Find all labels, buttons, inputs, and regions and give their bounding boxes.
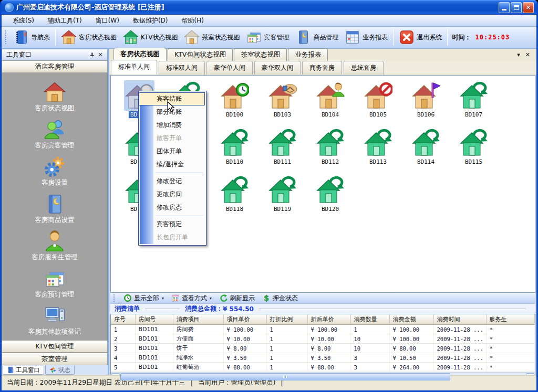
room-BD105[interactable]: BD105 (354, 79, 402, 126)
room-BD114[interactable]: BD114 (402, 126, 450, 174)
close-panel-button[interactable]: ✕ (96, 51, 105, 59)
maximize-button[interactable] (511, 2, 522, 13)
context-menu-item-12[interactable]: 长包房开单 (139, 231, 205, 244)
action-button-3[interactable]: $押金状态 (262, 294, 298, 303)
sidebar-item-0[interactable]: 客房状态视图 (35, 81, 75, 113)
menu-item-0[interactable]: 系统(S) (7, 15, 40, 27)
room-type-tab-0[interactable]: 标准单人间 (111, 60, 157, 75)
room-type-tab-3[interactable]: 豪华双人间 (254, 61, 301, 75)
sidebar-item-2[interactable]: 客房设置 (42, 156, 68, 187)
sidebar-bottom-tab-0[interactable]: 工具窗口 (3, 366, 44, 375)
context-menu-item-2[interactable]: 增加消费 (139, 119, 205, 132)
pin-button[interactable] (88, 51, 96, 59)
column-header-8: 消费时间 (433, 314, 486, 325)
gears-icon (44, 156, 66, 178)
sidebar-item-6[interactable]: 客房其他款项登记 (28, 305, 81, 336)
room-BD115[interactable]: BD115 (450, 126, 498, 174)
table-row-4[interactable]: 5BD101红葡萄酒¥ 88.001¥ 88.003¥ 264.002009-1… (111, 363, 535, 372)
table-row-1[interactable]: 2BD101方便面¥ 10.001¥ 10.0010¥ 100.002009-1… (111, 334, 535, 344)
room-type-tab-2[interactable]: 豪华单人间 (206, 61, 253, 75)
room-type-tab-1[interactable]: 标准双人间 (159, 61, 205, 75)
sidebar-group-bottom-1[interactable]: 茶室管理 (2, 353, 108, 365)
table-cell: 2 (111, 334, 135, 344)
room-BD118[interactable]: BD118 (211, 174, 258, 221)
column-header-7: 消费金额 (389, 314, 433, 325)
body: 工具窗口 ✕ 酒店客房管理 客房状态视图客房宾客管理客房设置客房商品设置客房服务… (2, 49, 536, 375)
context-menu-item-7[interactable]: 修改登记 (139, 175, 205, 188)
table-cell: 纯净水 (173, 353, 223, 363)
column-header-1: 房间号 (135, 314, 173, 325)
menu-item-1[interactable]: 辅助工具(T) (42, 15, 88, 27)
room-BD113[interactable]: BD113 (354, 126, 402, 174)
room-BD111[interactable]: BD111 (258, 126, 306, 174)
room-BD106[interactable]: BD106 (402, 79, 450, 126)
room-BD112[interactable]: BD112 (306, 126, 354, 174)
document-tab-3[interactable]: 业务报表 (288, 48, 328, 61)
table-row-3[interactable]: 4BD101纯净水¥ 3.501¥ 3.503¥ 10.502009-11-28… (111, 353, 535, 363)
room-BD110[interactable]: BD110 (211, 126, 258, 174)
menu-item-4[interactable]: 帮助(H) (176, 15, 210, 27)
context-menu-item-5[interactable]: 续/退押金 (139, 158, 205, 171)
context-menu-item-4[interactable]: 团体开单 (139, 145, 205, 158)
toolbar-button-book-blue[interactable]: 商品管理 (292, 28, 342, 46)
action-button-2[interactable]: 刷新显示 (219, 294, 255, 303)
room-BD104[interactable]: BD104 (306, 79, 354, 126)
waiter-icon (44, 230, 66, 252)
document-tab-2[interactable]: 茶室状态视图 (234, 48, 287, 61)
room-icon (267, 175, 298, 205)
refresh-green-icon (219, 294, 227, 302)
actions-grip[interactable] (113, 294, 115, 302)
sidebar-group-bottom-0[interactable]: KTV包间管理 (2, 340, 108, 353)
tab-list-dropdown-icon[interactable]: ▾ (517, 51, 520, 58)
toolbar-button-house-white[interactable]: 茶室状态视图 (181, 28, 243, 46)
room-type-tab-4[interactable]: 商务套房 (302, 61, 342, 75)
context-menu-item-11[interactable]: 宾客预定 (139, 218, 205, 231)
table-cell: ¥ 3.50 (223, 353, 266, 363)
table-cell: ¥ 80.00 (389, 344, 433, 353)
room-BD120[interactable]: BD120 (306, 174, 354, 221)
scrollbar-thumb[interactable] (120, 373, 450, 380)
room-BD119[interactable]: BD119 (258, 174, 306, 221)
document-tab-0[interactable]: 客房状态视图 (113, 48, 167, 61)
consumption-total-label: 消费总金额： (185, 304, 223, 313)
table-row-2[interactable]: 3BD101饼干¥ 8.001¥ 8.0010¥ 80.002009-11-28… (111, 344, 535, 353)
toolbar-button-exit-red[interactable]: 退出系统 (396, 28, 445, 46)
column-header-2: 消费项目 (173, 314, 223, 325)
toolbar-button-navbook[interactable]: 导航条 (10, 28, 53, 46)
room-type-tab-5[interactable]: 总统套房 (344, 61, 384, 75)
sidebar-bottom-tab-1[interactable]: 状态 (45, 366, 75, 375)
toolbar-button-house-green[interactable]: KTV状态视图 (120, 28, 181, 46)
table-row-0[interactable]: 1BD101房间费¥ 100.001¥ 100.001¥ 100.002009-… (111, 325, 535, 334)
context-menu-item-8[interactable]: 更改房间 (139, 188, 205, 201)
sidebar-item-3[interactable]: 客房商品设置 (35, 193, 75, 225)
toolbar-button-calendar-color[interactable]: 宾客管理 (243, 28, 292, 46)
close-button[interactable]: ✕ (523, 2, 534, 13)
sidebar-group-hotel-rooms[interactable]: 酒店客房管理 (2, 60, 108, 73)
dropdown-arrow-icon[interactable]: ▾ (162, 296, 164, 301)
room-BD107[interactable]: BD107 (450, 79, 498, 126)
menu-item-3[interactable]: 数据维护(D) (127, 15, 174, 27)
menu-item-2[interactable]: 窗口(W) (90, 15, 125, 27)
dropdown-arrow-icon[interactable]: ▾ (210, 296, 212, 301)
navbook-icon (13, 29, 29, 45)
table-cell: 饼干 (173, 344, 223, 353)
tab-close-icon[interactable]: ✕ (525, 51, 530, 58)
room-BD103[interactable]: BD103 (258, 79, 306, 126)
action-button-1[interactable]: 查看方式▾ (171, 294, 212, 303)
toolbar-grip[interactable] (5, 30, 7, 45)
minimize-button[interactable] (499, 2, 510, 13)
action-button-0[interactable]: 显示全部▾ (123, 294, 164, 303)
title-bar[interactable]: 广州爱启迪技术有限公司-酒店管理系统 [已注册] ✕ (2, 0, 536, 15)
sidebar-item-5[interactable]: 客房预订管理 (35, 268, 75, 299)
sidebar-item-1[interactable]: 客房宾客管理 (35, 119, 75, 150)
context-menu-separator (156, 173, 203, 173)
sidebar-item-4[interactable]: 客房服务生管理 (32, 230, 78, 262)
column-header-9: 服务生 (486, 314, 535, 325)
document-tab-1[interactable]: KTV包间状态视图 (168, 48, 233, 61)
table-cell: 1 (266, 363, 307, 372)
room-BD100[interactable]: BD100 (211, 79, 258, 126)
toolbar-button-house-red[interactable]: 客房状态视图 (58, 28, 120, 46)
context-menu-item-3[interactable]: 散客开单 (139, 132, 205, 145)
context-menu-item-9[interactable]: 修改房态 (139, 201, 205, 214)
toolbar-button-report-cal[interactable]: 业务报表 (342, 28, 391, 46)
